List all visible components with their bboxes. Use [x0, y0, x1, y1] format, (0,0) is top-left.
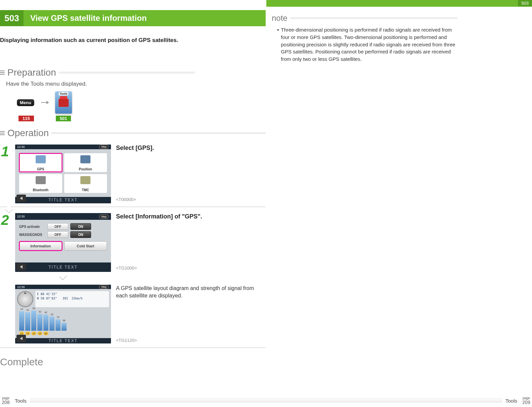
menu-button-graphic: Menu	[17, 99, 34, 106]
section-tab-right: 503	[518, 0, 532, 6]
map-pill: Map	[99, 145, 109, 149]
step-number-empty	[0, 285, 10, 343]
right-page-number: page209	[521, 397, 532, 405]
preparation-label: Preparation	[7, 67, 56, 78]
position-icon	[80, 155, 90, 163]
operation-label: Operation	[7, 128, 49, 138]
clock-text: 12:30	[17, 285, 25, 289]
satellite-dots: 11 12 13 14 04	[17, 331, 109, 336]
information-button: Information	[19, 241, 62, 251]
top-green-bar	[266, 0, 532, 7]
step2-code: <TG1000>	[116, 266, 266, 271]
hamburger-icon	[0, 71, 5, 75]
clock-text: 12:30	[17, 215, 25, 218]
tile-tmc: TMC	[64, 174, 107, 193]
step-number: 1	[0, 145, 10, 203]
ref-badge-menu: 115	[18, 116, 34, 121]
back-icon	[16, 263, 26, 271]
step-2: 2 12:30 Map GPS activateOFFON WASS/EGNOS…	[0, 213, 266, 272]
footer: page208 Tools Tools page209	[0, 396, 532, 405]
signal-bars: 14 41 99 42 42 33 19 08	[17, 310, 109, 331]
preparation-body: Have the Tools menu displayed.	[6, 81, 195, 87]
page-title: View GPS satellite information	[30, 13, 147, 23]
ref-badge-tools: 501	[56, 116, 71, 121]
note-label: note	[272, 13, 288, 23]
arrow-right-icon	[41, 100, 48, 105]
on-pill: ON	[70, 231, 91, 238]
cold-start-button: Cold Start	[64, 241, 107, 251]
map-pill: Map	[99, 214, 109, 219]
chapter-label-right: Tools	[505, 398, 517, 404]
off-pill: OFF	[47, 231, 68, 238]
result-description: A GPS satellite layout diagram and stren…	[116, 285, 266, 299]
note-body: • Three-dimensional positioning is perfo…	[277, 26, 457, 63]
bluetooth-icon	[36, 176, 46, 184]
row-gps-activate: GPS activate	[19, 225, 45, 229]
toolbox-icon	[59, 99, 69, 107]
sat-dot: 14	[37, 331, 42, 335]
compass-icon	[17, 291, 33, 307]
tile-gps: GPS	[19, 153, 62, 172]
operation-heading: Operation	[0, 128, 266, 138]
end-divider	[0, 348, 266, 348]
back-icon	[16, 335, 26, 342]
step2-instruction: Select [Information] of "GPS".	[116, 213, 266, 220]
left-page-number: page208	[0, 397, 11, 405]
note-heading: note	[269, 13, 457, 23]
clock-text: 12:30	[17, 145, 25, 149]
gps-icon	[36, 155, 46, 163]
title-text-label: TITLE TEXT	[48, 338, 77, 343]
title-text-label: TITLE TEXT	[48, 265, 77, 270]
bullet-icon: •	[277, 26, 279, 63]
arrow-down-icon	[59, 273, 67, 280]
step2-screenshot: 12:30 Map GPS activateOFFON WASS/EGNOSOF…	[15, 213, 111, 272]
sat-dot: 04	[43, 331, 48, 335]
title-bar: 503 View GPS satellite information	[0, 10, 266, 26]
result-screenshot: 12:30 Map E 08 41'15" N 50 07'03" 191 22…	[15, 285, 111, 343]
note-section: note • Three-dimensional positioning is …	[269, 13, 457, 63]
off-pill: OFF	[47, 223, 68, 230]
intro-text: Displaying information such as current p…	[0, 37, 178, 44]
tools-card-label: Tools	[59, 92, 68, 95]
operation-section: Operation 1 12:30 Map GPS Position Bluet…	[0, 128, 266, 348]
on-pill: ON	[70, 223, 91, 230]
preparation-heading: Preparation	[0, 67, 195, 78]
step1-screenshot: 12:30 Map GPS Position Bluetooth TMC TIT…	[15, 145, 111, 203]
map-pill: Map	[99, 285, 109, 289]
tile-bluetooth: Bluetooth	[19, 174, 62, 193]
tmc-icon	[80, 176, 90, 184]
step1-instruction: Select [GPS].	[116, 145, 266, 152]
tools-card-graphic: Tools	[55, 91, 72, 114]
complete-label: Complete	[0, 356, 43, 368]
chapter-label-left: Tools	[15, 398, 27, 404]
step-1: 1 12:30 Map GPS Position Bluetooth TMC T…	[0, 145, 266, 203]
section-number: 503	[0, 10, 24, 26]
back-icon	[16, 195, 26, 202]
hamburger-icon	[0, 131, 5, 135]
footer-bar	[30, 399, 502, 403]
tile-position: Position	[64, 153, 107, 172]
gps-readout: E 08 41'15" N 50 07'03" 191 22km/h	[35, 291, 109, 307]
step1-code: <T00000>	[116, 197, 266, 202]
title-text-label: TITLE TEXT	[48, 198, 77, 202]
step-number: 2	[0, 213, 10, 272]
step-divider	[0, 207, 266, 207]
heading-rule	[51, 132, 266, 134]
sat-dot: 12	[25, 331, 30, 335]
preparation-section: Preparation Have the Tools menu displaye…	[0, 67, 195, 121]
row-wass: WASS/EGNOS	[19, 233, 45, 237]
heading-rule	[290, 17, 457, 19]
step-result: 12:30 Map E 08 41'15" N 50 07'03" 191 22…	[0, 285, 266, 343]
sat-dot: 13	[31, 331, 36, 335]
note-text: Three-dimensional positioning is perform…	[281, 26, 457, 63]
heading-rule	[59, 72, 195, 73]
result-code: <TG1120>	[116, 338, 266, 343]
